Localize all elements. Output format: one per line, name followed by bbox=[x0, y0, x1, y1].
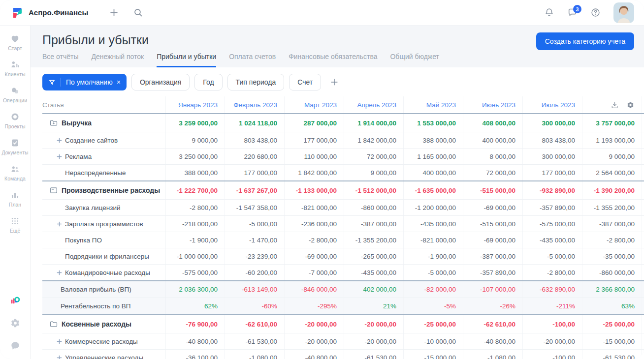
value-cell: -40 800,00 bbox=[285, 350, 344, 359]
value-cell: -1 900,00 bbox=[404, 248, 463, 264]
topbar: Аспро.Финансы 3 bbox=[0, 0, 644, 26]
value-cell: -1 133 000,00 bbox=[285, 181, 344, 199]
value-cell: -515 000,00 bbox=[463, 181, 523, 199]
filter-button-2[interactable]: Тип периода bbox=[227, 74, 285, 90]
value-cell: -69 000,00 bbox=[463, 200, 523, 215]
notifications-bell-icon[interactable] bbox=[544, 7, 554, 18]
sidebar-item-plan[interactable]: План bbox=[0, 186, 30, 212]
value-cell: 110 000,00 bbox=[285, 149, 344, 164]
value-cell: 287 000,00 bbox=[285, 114, 344, 132]
content: По умолчанию × ОрганизацияГодТип периода… bbox=[31, 67, 644, 359]
value-cell: 21% bbox=[344, 298, 404, 314]
value-cell: 1 193 000,00 bbox=[582, 132, 642, 148]
product-logo-icon[interactable] bbox=[10, 295, 21, 306]
sidebar-item-clients[interactable]: Клиенты bbox=[0, 56, 30, 82]
row-label: Коммерческие расходы bbox=[65, 338, 138, 345]
value-cell: -1 222 700,00 bbox=[165, 181, 225, 199]
expand-plus-icon[interactable] bbox=[57, 270, 62, 275]
column-header-article: Статья bbox=[42, 96, 165, 113]
sidebar-item-more[interactable]: Ещё bbox=[0, 212, 30, 238]
help-icon[interactable] bbox=[590, 7, 601, 18]
value-cell: -20 000,00 bbox=[285, 333, 344, 349]
filter-row: По умолчанию × ОрганизацияГодТип периода… bbox=[42, 74, 644, 90]
sidebar-item-label: Проекты bbox=[4, 123, 25, 129]
gear-icon[interactable] bbox=[10, 318, 21, 329]
create-category-button[interactable]: Создать категорию учета bbox=[536, 32, 634, 50]
value-cell: -15 000,00 bbox=[404, 350, 463, 359]
sidebar-item-projects[interactable]: Проекты bbox=[0, 108, 30, 134]
value-cell: -1 637 267,00 bbox=[225, 181, 285, 199]
expand-plus-icon[interactable] bbox=[57, 355, 62, 359]
value-cell: 1 842 000,00 bbox=[285, 165, 344, 180]
add-filter-icon[interactable] bbox=[330, 78, 339, 87]
sidebar-item-label: Старт bbox=[8, 45, 22, 51]
expand-plus-icon[interactable] bbox=[57, 339, 62, 344]
add-icon[interactable] bbox=[109, 7, 119, 18]
row-label: Производственные расходы bbox=[62, 186, 160, 194]
folder-minus-icon[interactable] bbox=[49, 186, 58, 195]
value-cell: -632 890,00 bbox=[523, 281, 582, 298]
row-label: Создание сайтов bbox=[65, 137, 118, 144]
column-header-month: Февраль 2023 bbox=[225, 96, 285, 113]
value-cell: -860 000,00 bbox=[582, 265, 642, 280]
table-row: Косвенные расходы-76 900,00-62 610,00-20… bbox=[42, 314, 644, 333]
table-row: Производственные расходы-1 222 700,00-1 … bbox=[42, 180, 644, 199]
sidebar-item-start[interactable]: Старт bbox=[0, 30, 30, 56]
tab-5[interactable]: Общий бюджет bbox=[390, 53, 439, 67]
download-icon[interactable] bbox=[611, 101, 619, 109]
sidebar-item-team[interactable]: Команда bbox=[0, 160, 30, 186]
tab-1[interactable]: Денежный поток bbox=[91, 53, 144, 67]
tab-0[interactable]: Все отчёты bbox=[42, 53, 78, 67]
column-header-month: Май 2023 bbox=[404, 96, 463, 113]
expand-plus-icon[interactable] bbox=[57, 154, 62, 159]
tab-2[interactable]: Прибыли и убытки bbox=[157, 53, 216, 67]
column-header-month: Июнь 2023 bbox=[463, 96, 523, 113]
filter-button-1[interactable]: Год bbox=[194, 74, 222, 90]
value-cell: -211% bbox=[523, 298, 582, 314]
value-cell: -932 890,00 bbox=[523, 181, 582, 199]
heart-icon bbox=[10, 33, 20, 44]
tab-4[interactable]: Финансовые обязательства bbox=[289, 53, 377, 67]
folder-icon[interactable] bbox=[49, 320, 58, 329]
value-cell: 388 000,00 bbox=[165, 165, 225, 180]
value-cell: 3 259 000,00 bbox=[165, 114, 225, 132]
table-settings-gear-icon[interactable] bbox=[626, 101, 635, 109]
value-cell: 2 036 300,00 bbox=[165, 281, 225, 298]
value-cell: -20 000,00 bbox=[523, 333, 582, 349]
table-row: Коммерческие расходы-40 800,00-61 530,00… bbox=[42, 333, 644, 349]
value-cell: -61 530,00 bbox=[582, 350, 642, 359]
value-cell: -357 890,00 bbox=[523, 200, 582, 215]
value-cell: -575 000,00 bbox=[523, 216, 582, 232]
table-row: Командировочные расходы-575 000,00-60 20… bbox=[42, 264, 644, 280]
value-cell: -387 000,00 bbox=[463, 248, 523, 264]
avatar[interactable] bbox=[613, 2, 634, 23]
sidebar-items: СтартКлиентыОперацииПроектыДокументыКома… bbox=[0, 30, 30, 238]
sidebar-item-documents[interactable]: Документы bbox=[0, 134, 30, 160]
sidebar-item-operations[interactable]: Операции bbox=[0, 82, 30, 108]
value-cell: -1 200 000,00 bbox=[404, 200, 463, 215]
clear-filter-icon[interactable]: × bbox=[117, 78, 121, 86]
folder-plus-icon[interactable] bbox=[49, 119, 58, 127]
messages-icon[interactable]: 3 bbox=[567, 7, 578, 18]
value-cell: 9 000,00 bbox=[344, 165, 404, 180]
value-cell: -860 000,00 bbox=[344, 200, 404, 215]
value-cell: -62 610,00 bbox=[463, 315, 523, 333]
filter-button-3[interactable]: Счет bbox=[289, 74, 321, 90]
value-cell: -7 000,00 bbox=[285, 265, 344, 280]
filter-button-0[interactable]: Организация bbox=[131, 74, 190, 90]
tab-3[interactable]: Оплата счетов bbox=[229, 53, 276, 67]
page-head: Прибыли и убытки Создать категорию учета… bbox=[31, 26, 644, 67]
value-cell: -20 000,00 bbox=[285, 315, 344, 333]
value-cell: -26% bbox=[463, 298, 523, 314]
value-cell: -60 200,00 bbox=[225, 265, 285, 280]
filter-default-chip[interactable]: По умолчанию × bbox=[42, 74, 127, 90]
value-cell: 3 250 000,00 bbox=[165, 149, 225, 164]
row-label: Выручка bbox=[62, 119, 92, 127]
value-cell: -1 470,00 bbox=[225, 232, 285, 248]
expand-plus-icon[interactable] bbox=[57, 221, 62, 227]
expand-plus-icon[interactable] bbox=[57, 138, 62, 143]
search-icon[interactable] bbox=[133, 7, 143, 18]
chat-round-icon[interactable] bbox=[10, 340, 21, 351]
value-cell: -1 390 200,00 bbox=[582, 181, 642, 199]
table-row: Валовая прибыль (ВП)2 036 300,00-613 149… bbox=[42, 280, 644, 298]
